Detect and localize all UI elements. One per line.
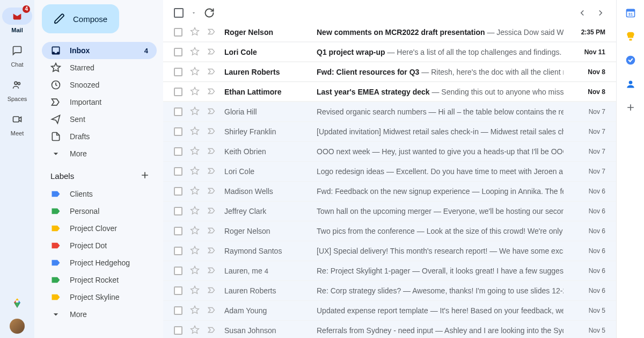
message-row[interactable]: Lori Cole Logo redesign ideas — Excellen… [163,162,616,182]
nav-important[interactable]: Important [42,94,157,111]
message-row[interactable]: Lauren Roberts Fwd: Client resources for… [163,62,616,82]
apprail-mail[interactable]: 4 Mail [0,3,34,38]
row-checkbox[interactable] [174,147,182,156]
labels-more[interactable]: More [42,306,157,323]
star-button[interactable] [190,146,200,157]
star-button[interactable] [190,285,200,297]
row-checkbox[interactable] [174,28,182,37]
label-item[interactable]: Project Skyline [42,289,157,306]
row-checkbox[interactable] [174,187,182,196]
row-checkbox[interactable] [174,107,182,116]
nav-inbox[interactable]: Inbox4 [42,42,157,59]
contacts-icon[interactable] [625,78,636,89]
nav-snoozed[interactable]: Snoozed [42,76,157,94]
select-all-checkbox[interactable] [174,8,184,18]
message-row[interactable]: Gloria Hill Revised organic search numbe… [163,102,616,122]
row-checkbox[interactable] [174,326,182,335]
compose-button[interactable]: Compose [42,4,119,33]
star-button[interactable] [190,166,200,177]
nav-drafts[interactable]: Drafts [42,128,157,145]
avatar[interactable] [10,319,25,334]
star-button[interactable] [190,206,200,217]
message-row[interactable]: Lori Cole Q1 project wrap-up — Here's a … [163,42,616,62]
star-button[interactable] [190,47,200,58]
importance-marker[interactable] [207,146,217,157]
star-button[interactable] [190,186,200,197]
message-row[interactable]: Adam Young Updated expense report templa… [163,301,616,321]
nav-sent[interactable]: Sent [42,111,157,128]
importance-marker[interactable] [207,206,217,217]
importance-marker[interactable] [207,87,217,98]
importance-marker[interactable] [207,166,217,177]
next-page-button[interactable] [596,8,605,18]
addons-icon[interactable] [625,102,636,113]
message-row[interactable]: Madison Wells Fwd: Feedback on the new s… [163,182,616,202]
message-row[interactable]: Keith Obrien OOO next week — Hey, just w… [163,142,616,162]
snippet: — Hey, just wanted to give you a heads-u… [370,147,564,156]
message-row[interactable]: Shirley Franklin [Updated invitation] Mi… [163,122,616,142]
label-item[interactable]: Clients [42,185,157,203]
star-button[interactable] [190,305,200,317]
importance-marker[interactable] [207,186,217,197]
row-checkbox[interactable] [174,306,182,315]
row-checkbox[interactable] [174,207,182,215]
prev-page-button[interactable] [577,8,587,18]
gem-icon[interactable] [11,297,24,310]
importance-marker[interactable] [207,47,217,58]
message-row[interactable]: Jeffrey Clark Town hall on the upcoming … [163,202,616,221]
label-item[interactable]: Project Hedgehog [42,254,157,271]
label-item[interactable]: Project Rocket [42,271,157,289]
importance-marker[interactable] [207,265,217,277]
message-row[interactable]: Roger Nelson New comments on MCR2022 dra… [163,23,616,42]
importance-marker[interactable] [207,126,217,138]
label-item[interactable]: Project Clover [42,220,157,237]
star-button[interactable] [190,265,200,277]
message-row[interactable]: Raymond Santos [UX] Special delivery! Th… [163,241,616,261]
calendar-icon[interactable]: 31 [625,8,636,18]
thread-count: 4 [265,267,268,275]
message-row[interactable]: Lauren, me4 Re: Project Skylight 1-pager… [163,261,616,281]
importance-marker[interactable] [207,27,217,38]
row-checkbox[interactable] [174,167,182,176]
refresh-button[interactable] [204,8,215,18]
importance-marker[interactable] [207,285,217,297]
keep-icon[interactable] [625,31,636,42]
star-button[interactable] [190,246,200,257]
importance-marker[interactable] [207,226,217,237]
importance-marker[interactable] [207,325,217,336]
star-button[interactable] [190,87,200,98]
row-checkbox[interactable] [174,88,182,96]
importance-marker[interactable] [207,67,217,78]
importance-marker[interactable] [207,246,217,257]
row-checkbox[interactable] [174,286,182,295]
star-button[interactable] [190,27,200,38]
row-checkbox[interactable] [174,227,182,235]
row-checkbox[interactable] [174,247,182,255]
message-row[interactable]: Ethan Lattimore Last year's EMEA strateg… [163,82,616,102]
nav-starred[interactable]: Starred [42,59,157,76]
message-row[interactable]: Lauren Roberts Re: Corp strategy slides?… [163,281,616,301]
message-row[interactable]: Roger Nelson Two pics from the conferenc… [163,221,616,241]
apprail-meet[interactable]: Meet [0,106,34,141]
nav-more[interactable]: More [42,145,157,162]
star-button[interactable] [190,126,200,138]
row-checkbox[interactable] [174,48,182,56]
row-checkbox[interactable] [174,127,182,136]
star-button[interactable] [190,325,200,336]
label-item[interactable]: Personal [42,203,157,220]
apprail-spaces[interactable]: Spaces [0,72,34,106]
star-button[interactable] [190,106,200,118]
row-checkbox[interactable] [174,68,182,76]
star-button[interactable] [190,226,200,237]
select-caret[interactable] [191,9,196,17]
star-button[interactable] [190,67,200,78]
message-row[interactable]: Susan Johnson Referrals from Sydney - ne… [163,321,616,338]
subject: Revised organic search numbers [317,107,427,116]
tasks-icon[interactable] [625,55,636,66]
add-label-button[interactable] [140,170,150,182]
label-item[interactable]: Project Dot [42,237,157,254]
importance-marker[interactable] [207,106,217,118]
apprail-chat[interactable]: Chat [0,38,34,72]
importance-marker[interactable] [207,305,217,317]
row-checkbox[interactable] [174,267,182,275]
